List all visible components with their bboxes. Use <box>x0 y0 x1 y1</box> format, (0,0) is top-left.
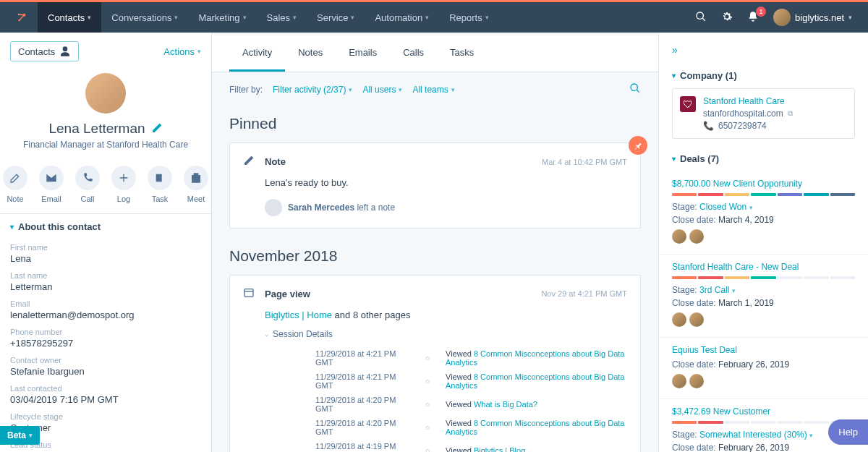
pageview-card: Page view Nov 29 at 4:21 PM GMT Biglytic… <box>229 275 641 453</box>
workspace-switcher[interactable]: biglytics.net ▾ <box>773 9 852 26</box>
settings-icon[interactable] <box>721 11 734 24</box>
pageview-title: Page view <box>265 289 310 299</box>
hubspot-logo-icon[interactable] <box>12 7 32 27</box>
nav-marketing[interactable]: Marketing▾ <box>188 2 256 33</box>
pageview-summary-link[interactable]: Biglytics | Home <box>265 310 332 320</box>
chevron-down-icon: ▾ <box>10 223 14 231</box>
chevron-down-icon: ▾ <box>672 72 676 80</box>
nav-reports[interactable]: Reports▾ <box>439 2 499 33</box>
tab-notes[interactable]: Notes <box>285 35 336 72</box>
prop-contact-owner[interactable]: Contact ownerStefanie Ibarguen <box>0 352 211 380</box>
chevron-down-icon: ▾ <box>672 155 676 163</box>
center-panel: ActivityNotesEmailsCallsTasks Filter by:… <box>212 33 658 452</box>
session-details-toggle[interactable]: ⌵ Session Details <box>265 329 627 339</box>
meet-button[interactable]: Meet <box>184 166 208 203</box>
pageview-time: Nov 29 at 4:21 PM GMT <box>541 289 627 298</box>
tab-calls[interactable]: Calls <box>390 35 437 72</box>
deal-card[interactable]: $8,700.00 New Client OpportunityStage: C… <box>659 171 868 255</box>
company-section-header[interactable]: ▾ Company (1) <box>659 63 868 88</box>
svg-rect-3 <box>244 289 253 297</box>
timeline-search-icon[interactable] <box>629 82 641 96</box>
company-name-link[interactable]: Stanford Health Care <box>703 96 847 106</box>
search-icon[interactable] <box>695 11 708 24</box>
all-users-dropdown[interactable]: All users▾ <box>362 85 402 95</box>
filter-label: Filter by: <box>229 85 263 95</box>
nav-sales[interactable]: Sales▾ <box>257 2 307 33</box>
note-body: Lena's ready to buy. <box>243 176 627 190</box>
notifications-icon[interactable]: 1 <box>747 11 760 24</box>
actions-dropdown[interactable]: Actions▾ <box>163 46 201 57</box>
right-panel: » ▾ Company (1) 🛡 Stanford Health Care s… <box>658 33 868 452</box>
phone-icon: 📞 <box>703 121 714 131</box>
timeline-row: 11/29/2018 at 4:19 PM GMT○Viewed Biglyti… <box>265 439 627 452</box>
timeline-row: 11/29/2018 at 4:20 PM GMT○Viewed 8 Commo… <box>265 416 627 439</box>
left-panel: Contacts Actions▾ Lena Letterman Financi… <box>0 33 212 452</box>
timeline-row: 11/29/2018 at 4:20 PM GMT○Viewed What is… <box>265 393 627 416</box>
tab-activity[interactable]: Activity <box>229 35 285 72</box>
nav-conversations[interactable]: Conversations▾ <box>101 2 188 33</box>
deal-card[interactable]: Stanford Health Care - New DealStage: 3r… <box>659 255 868 338</box>
contact-avatar <box>85 73 126 114</box>
tab-tasks[interactable]: Tasks <box>437 35 487 72</box>
external-link-icon[interactable]: ⧉ <box>788 109 793 118</box>
workspace-name: biglytics.net <box>795 12 844 23</box>
prop-email[interactable]: Emaillenaletterman@demospot.org <box>0 296 211 324</box>
deal-card[interactable]: Equius Test DealClose date: February 26,… <box>659 338 868 399</box>
activity-tabs: ActivityNotesEmailsCallsTasks <box>212 35 658 72</box>
prop-phone-number[interactable]: Phone number+18578295297 <box>0 324 211 352</box>
deals-section-header[interactable]: ▾ Deals (7) <box>659 146 868 171</box>
contacts-pill[interactable]: Contacts <box>10 41 79 61</box>
chevron-down-icon: ▾ <box>848 14 852 21</box>
pinned-title: Pinned <box>212 106 658 142</box>
author-avatar <box>265 199 282 216</box>
about-section-header[interactable]: ▾ About this contact <box>0 213 211 239</box>
prop-last-contacted[interactable]: Last contacted03/04/2019 7:16 PM GMT <box>0 380 211 409</box>
note-title: Note <box>265 156 286 167</box>
note-time: Mar 4 at 10:42 PM GMT <box>542 158 627 166</box>
collapse-icon[interactable]: » <box>672 44 678 56</box>
task-button[interactable]: Task <box>148 166 172 203</box>
nav-service[interactable]: Service▾ <box>307 2 365 33</box>
timeline-row: 11/29/2018 at 4:21 PM GMT○Viewed 8 Commo… <box>265 370 627 393</box>
nav-contacts[interactable]: Contacts▾ <box>38 2 101 33</box>
chevron-down-icon: ⌵ <box>265 331 268 338</box>
user-icon <box>59 46 71 57</box>
tab-emails[interactable]: Emails <box>336 35 390 72</box>
email-button[interactable]: Email <box>39 166 64 203</box>
call-button[interactable]: Call <box>75 166 100 203</box>
pinned-note-card: Note Mar 4 at 10:42 PM GMT Lena's ready … <box>229 142 641 229</box>
help-button[interactable]: Help <box>828 419 868 445</box>
company-card: 🛡 Stanford Health Care stanfordhospital.… <box>672 88 855 139</box>
prop-first-name[interactable]: First nameLena <box>0 239 211 268</box>
prop-last-name[interactable]: Last nameLetterman <box>0 268 211 296</box>
contact-name: Lena Letterman <box>48 121 145 137</box>
user-avatar <box>773 9 791 26</box>
all-teams-dropdown[interactable]: All teams▾ <box>412 85 454 95</box>
top-nav: Contacts▾Conversations▾Marketing▾Sales▾S… <box>0 2 868 33</box>
note-icon <box>243 155 256 169</box>
month-title: November 2018 <box>212 239 658 275</box>
filter-activity-dropdown[interactable]: Filter activity (2/37)▾ <box>273 85 352 95</box>
nav-automation[interactable]: Automation▾ <box>365 2 439 33</box>
note-button[interactable]: Note <box>3 166 27 203</box>
edit-icon[interactable] <box>151 122 163 136</box>
log-button[interactable]: Log <box>111 166 136 203</box>
pageview-icon <box>243 287 256 301</box>
beta-tag[interactable]: Beta▾ <box>0 426 40 445</box>
contact-subtitle: Financial Manager at Stanford Health Car… <box>10 140 201 150</box>
notification-badge: 1 <box>756 7 766 17</box>
timeline-row: 11/29/2018 at 4:21 PM GMT○Viewed 8 Commo… <box>265 346 627 370</box>
company-logo-icon: 🛡 <box>680 96 696 112</box>
pin-icon[interactable] <box>629 136 647 155</box>
